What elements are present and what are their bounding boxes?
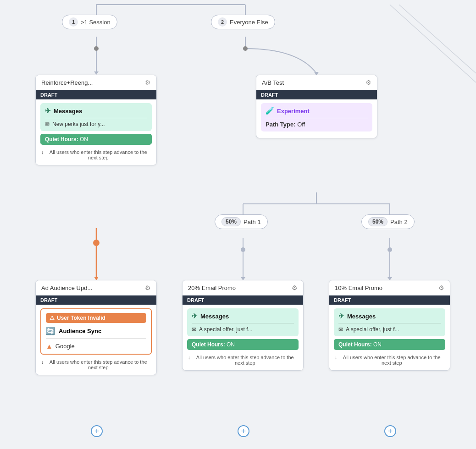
experiment-block: 🧪 Experiment Path Type: Off xyxy=(261,103,372,131)
paper-plane-icon: ✈ xyxy=(45,107,51,115)
path1-pill[interactable]: 50% Path 1 xyxy=(215,214,268,229)
email10-quiet-badge: Quiet Hours: ON xyxy=(334,339,445,350)
down-arrow-icon2: ↓ xyxy=(41,359,44,365)
error-badge: ⚠ User Token Invalid xyxy=(46,313,146,323)
svg-point-9 xyxy=(93,240,100,246)
reinforce-quiet-badge: Quiet Hours: ON xyxy=(40,134,152,145)
email10-draft-badge: DRAFT xyxy=(329,296,450,305)
email10-add-button[interactable]: + xyxy=(384,425,396,437)
google-icon: ▲ xyxy=(46,342,53,350)
email20-draft-badge: DRAFT xyxy=(183,296,303,305)
path2-pct[interactable]: 50% xyxy=(368,217,387,226)
svg-line-26 xyxy=(390,5,476,82)
email10-messages-title: ✈ Messages xyxy=(338,312,441,320)
ad-audience-draft-badge: DRAFT xyxy=(36,296,156,305)
envelope-icon3: ✉ xyxy=(338,326,343,333)
workflow-canvas: 1 >1 Session 2 Everyone Else Reinforce+R… xyxy=(0,0,476,449)
email20-msg-block: ✈ Messages ✉ A special offer, just f... xyxy=(187,308,299,336)
abtest-node: A/B Test ⚙ DRAFT 🧪 Experiment Path Type:… xyxy=(256,75,377,138)
email10-message-row: ✉ A special offer, just f... xyxy=(338,326,441,333)
paper-plane-icon3: ✈ xyxy=(338,312,344,320)
paper-plane-icon2: ✈ xyxy=(192,312,198,320)
ad-sync-block: ⚠ User Token Invalid 🔄 Audience Sync ▲ G… xyxy=(40,308,152,355)
reinforce-header: Reinforce+Reeng... ⚙ xyxy=(36,75,156,90)
reinforce-messages-title: ✈ Messages xyxy=(45,107,147,115)
reinforce-draft-badge: DRAFT xyxy=(36,90,156,99)
ad-audience-header: Ad Audience Upd... ⚙ xyxy=(36,280,156,296)
sync-icon: 🔄 xyxy=(46,327,55,335)
email20-advance-text: ↓ All users who enter this step advance … xyxy=(187,353,299,367)
reinforce-msg-block: ✈ Messages ✉ New perks just for y... xyxy=(40,103,152,131)
reinforce-body: ✈ Messages ✉ New perks just for y... Qui… xyxy=(36,99,156,165)
down-arrow-icon3: ↓ xyxy=(188,355,191,360)
branch1-pill[interactable]: 1 >1 Session xyxy=(62,15,117,29)
google-row: ▲ Google xyxy=(46,342,146,350)
down-arrow-icon: ↓ xyxy=(41,149,44,155)
branch1-label: >1 Session xyxy=(81,19,111,26)
email20-title: 20% Email Promo xyxy=(188,285,236,291)
ad-audience-title: Ad Audience Upd... xyxy=(41,285,92,291)
path2-pill[interactable]: 50% Path 2 xyxy=(361,214,415,229)
email10-title: 10% Email Promo xyxy=(335,285,382,291)
branch1-number: 1 xyxy=(69,17,78,27)
reinforce-advance-text: ↓ All users who enter this step advance … xyxy=(40,148,152,161)
svg-marker-5 xyxy=(94,71,99,75)
ad-audience-node: Ad Audience Upd... ⚙ DRAFT ⚠ User Token … xyxy=(35,280,157,375)
abtest-gear-icon[interactable]: ⚙ xyxy=(365,79,371,86)
branch2-pill[interactable]: 2 Everyone Else xyxy=(211,15,275,29)
abtest-header: A/B Test ⚙ xyxy=(256,75,377,90)
svg-point-25 xyxy=(243,46,248,51)
branch2-label: Everyone Else xyxy=(230,19,268,26)
svg-line-27 xyxy=(399,5,476,73)
path1-label: Path 1 xyxy=(244,219,261,225)
svg-point-21 xyxy=(387,247,392,252)
warning-icon: ⚠ xyxy=(50,315,55,321)
svg-point-24 xyxy=(94,46,99,51)
svg-point-17 xyxy=(241,247,245,252)
envelope-icon: ✉ xyxy=(45,121,50,127)
email20-message-row: ✉ A special offer, just f... xyxy=(192,326,294,333)
path2-label: Path 2 xyxy=(390,219,408,225)
reinforce-title: Reinforce+Reeng... xyxy=(41,79,93,86)
abtest-draft-badge: DRAFT xyxy=(256,90,377,99)
path-type-row: Path Type: Off xyxy=(266,121,368,128)
path1-pct[interactable]: 50% xyxy=(221,217,241,226)
beaker-icon: 🧪 xyxy=(266,107,274,115)
email10-msg-block: ✈ Messages ✉ A special offer, just f... xyxy=(334,308,445,336)
email20-messages-title: ✈ Messages xyxy=(192,312,294,320)
abtest-body: 🧪 Experiment Path Type: Off xyxy=(256,99,377,138)
envelope-icon2: ✉ xyxy=(192,326,196,333)
email20-gear-icon[interactable]: ⚙ xyxy=(292,284,298,291)
email10-node: 10% Email Promo ⚙ DRAFT ✈ Messages ✉ A s… xyxy=(329,280,450,371)
email10-advance-text: ↓ All users who enter this step advance … xyxy=(334,353,445,367)
reinforce-add-button[interactable]: + xyxy=(91,425,103,437)
ad-advance-text: ↓ All users who enter this step advance … xyxy=(40,357,152,371)
reinforce-gear-icon[interactable]: ⚙ xyxy=(145,79,151,86)
abtest-title: A/B Test xyxy=(262,79,284,86)
ad-audience-body: ⚠ User Token Invalid 🔄 Audience Sync ▲ G… xyxy=(36,305,156,375)
email20-quiet-badge: Quiet Hours: ON xyxy=(187,339,299,350)
email20-add-button[interactable]: + xyxy=(238,425,249,437)
email20-header: 20% Email Promo ⚙ xyxy=(183,280,303,296)
email10-body: ✈ Messages ✉ A special offer, just f... … xyxy=(329,305,450,370)
reinforce-message-row: ✉ New perks just for y... xyxy=(45,121,147,127)
branch2-number: 2 xyxy=(218,17,227,27)
email20-body: ✈ Messages ✉ A special offer, just f... … xyxy=(183,305,303,370)
reinforce-node: Reinforce+Reeng... ⚙ DRAFT ✈ Messages ✉ … xyxy=(35,75,157,165)
ad-audience-gear-icon[interactable]: ⚙ xyxy=(145,284,151,291)
email20-node: 20% Email Promo ⚙ DRAFT ✈ Messages ✉ A s… xyxy=(182,280,304,371)
email10-gear-icon[interactable]: ⚙ xyxy=(438,284,444,291)
down-arrow-icon4: ↓ xyxy=(335,355,338,360)
email10-header: 10% Email Promo ⚙ xyxy=(329,280,450,296)
audience-sync-row: 🔄 Audience Sync xyxy=(46,327,146,335)
experiment-title: 🧪 Experiment xyxy=(266,107,368,115)
